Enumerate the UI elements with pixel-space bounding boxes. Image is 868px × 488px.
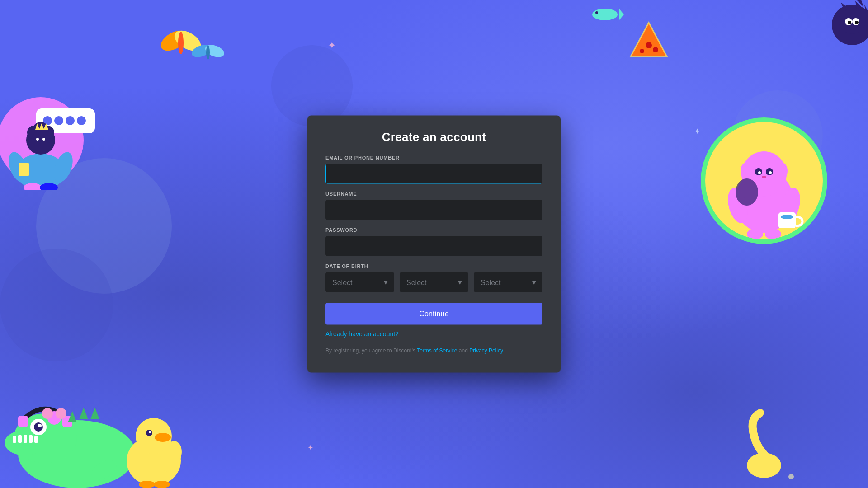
svg-rect-72 bbox=[18, 416, 28, 427]
svg-point-42 bbox=[640, 49, 644, 53]
password-group: PASSWORD bbox=[326, 227, 542, 256]
svg-point-88 bbox=[154, 481, 170, 488]
username-label: USERNAME bbox=[326, 191, 542, 197]
svg-point-24 bbox=[848, 21, 851, 24]
deco-fish bbox=[588, 7, 624, 23]
svg-point-84 bbox=[149, 431, 151, 433]
svg-point-3 bbox=[54, 116, 63, 125]
svg-point-91 bbox=[788, 474, 794, 479]
deco-bird-blue bbox=[190, 40, 226, 62]
character-right-frame bbox=[701, 117, 827, 244]
bg-blob-4 bbox=[271, 45, 353, 127]
year-select[interactable]: Select 20052004 20032002 20012000 199919… bbox=[474, 272, 542, 292]
terms-suffix: . bbox=[503, 347, 504, 354]
sparkle-pink-top: ✦ bbox=[328, 40, 336, 52]
svg-point-18 bbox=[42, 138, 45, 141]
svg-marker-12 bbox=[35, 123, 48, 130]
svg-point-51 bbox=[762, 176, 766, 178]
svg-marker-40 bbox=[631, 23, 667, 56]
svg-point-70 bbox=[34, 422, 43, 432]
svg-point-49 bbox=[758, 171, 761, 174]
svg-point-25 bbox=[855, 21, 859, 24]
character-right-inner bbox=[705, 122, 823, 239]
privacy-policy-link[interactable]: Privacy Policy bbox=[469, 347, 503, 354]
svg-rect-66 bbox=[24, 435, 27, 443]
sparkle-pink-bottom: ✦ bbox=[307, 443, 313, 452]
day-select[interactable]: Select 123 456 789 101112 131415 161718 … bbox=[400, 272, 468, 292]
svg-rect-19 bbox=[19, 163, 29, 176]
svg-point-52 bbox=[741, 163, 751, 179]
svg-marker-37 bbox=[619, 9, 624, 20]
terms-and: and bbox=[458, 347, 470, 354]
svg-point-53 bbox=[777, 163, 788, 179]
dob-selects: Select January February March April May … bbox=[326, 272, 542, 292]
svg-point-36 bbox=[592, 9, 618, 20]
svg-point-90 bbox=[757, 409, 764, 416]
svg-point-58 bbox=[736, 178, 758, 206]
svg-marker-77 bbox=[90, 408, 99, 419]
svg-point-80 bbox=[42, 408, 53, 419]
terms-of-service-link[interactable]: Terms of Service bbox=[417, 347, 457, 354]
svg-point-21 bbox=[839, 7, 866, 34]
svg-point-59 bbox=[747, 229, 763, 239]
svg-point-87 bbox=[139, 481, 155, 488]
continue-button[interactable]: Continue bbox=[326, 303, 542, 325]
username-input[interactable] bbox=[326, 200, 542, 220]
svg-point-57 bbox=[781, 215, 793, 219]
login-link[interactable]: Already have an account? bbox=[326, 330, 542, 338]
deco-pizza bbox=[628, 20, 669, 61]
character-topright bbox=[787, 0, 868, 59]
password-label: PASSWORD bbox=[326, 227, 542, 233]
svg-point-5 bbox=[77, 116, 86, 125]
day-select-wrapper: Select 123 456 789 101112 131415 161718 … bbox=[400, 272, 468, 292]
svg-point-4 bbox=[66, 116, 75, 125]
email-group: EMAIL OR PHONE NUMBER bbox=[326, 155, 542, 184]
characters-bottomleft bbox=[5, 352, 199, 488]
svg-point-17 bbox=[36, 138, 39, 141]
svg-rect-67 bbox=[29, 435, 33, 443]
svg-point-71 bbox=[38, 424, 42, 427]
svg-point-41 bbox=[646, 42, 652, 48]
character-topleft bbox=[0, 50, 127, 190]
password-input[interactable] bbox=[326, 236, 542, 256]
svg-point-79 bbox=[56, 408, 66, 419]
svg-point-38 bbox=[595, 11, 598, 14]
email-input[interactable] bbox=[326, 164, 542, 184]
svg-rect-68 bbox=[34, 436, 38, 443]
svg-rect-64 bbox=[13, 436, 16, 443]
svg-point-50 bbox=[769, 171, 772, 174]
sparkle-blue-mid: ✦ bbox=[694, 127, 701, 136]
terms-text: By registering, you agree to Discord's T… bbox=[326, 347, 542, 355]
svg-marker-76 bbox=[79, 408, 88, 419]
registration-modal: Create an account EMAIL OR PHONE NUMBER … bbox=[307, 116, 561, 373]
svg-rect-65 bbox=[18, 435, 22, 443]
character-right-svg bbox=[705, 122, 823, 239]
month-select[interactable]: Select January February March April May … bbox=[326, 272, 394, 292]
svg-point-60 bbox=[765, 229, 781, 239]
deco-bottomright bbox=[746, 407, 800, 479]
year-select-wrapper: Select 20052004 20032002 20012000 199919… bbox=[474, 272, 542, 292]
svg-point-85 bbox=[155, 433, 171, 442]
modal-title: Create an account bbox=[326, 130, 542, 144]
email-label: EMAIL OR PHONE NUMBER bbox=[326, 155, 542, 160]
dob-group: DATE OF BIRTH Select January February Ma… bbox=[326, 263, 542, 292]
month-select-wrapper: Select January February March April May … bbox=[326, 272, 394, 292]
terms-prefix: By registering, you agree to Discord's bbox=[326, 347, 417, 354]
svg-point-43 bbox=[653, 47, 658, 52]
bg-blob-2 bbox=[0, 249, 113, 361]
svg-point-32 bbox=[178, 32, 184, 54]
dob-label: DATE OF BIRTH bbox=[326, 263, 542, 269]
svg-point-35 bbox=[206, 45, 210, 60]
username-group: USERNAME bbox=[326, 191, 542, 220]
